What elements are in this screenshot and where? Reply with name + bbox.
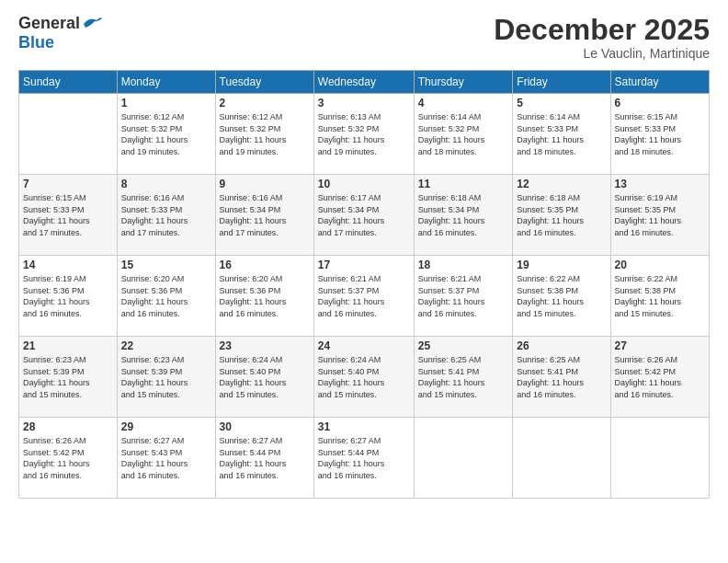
calendar-week-4: 21Sunrise: 6:23 AM Sunset: 5:39 PM Dayli…	[19, 337, 710, 418]
day-number: 5	[517, 97, 606, 109]
day-info: Sunrise: 6:26 AM Sunset: 5:42 PM Dayligh…	[23, 435, 113, 481]
header: General Blue December 2025 Le Vauclin, M…	[18, 14, 710, 61]
calendar-cell: 13Sunrise: 6:19 AM Sunset: 5:35 PM Dayli…	[610, 175, 710, 256]
calendar-week-5: 28Sunrise: 6:26 AM Sunset: 5:42 PM Dayli…	[19, 418, 710, 499]
day-info: Sunrise: 6:17 AM Sunset: 5:34 PM Dayligh…	[318, 192, 410, 238]
calendar: Sunday Monday Tuesday Wednesday Thursday…	[18, 70, 710, 499]
calendar-cell: 26Sunrise: 6:25 AM Sunset: 5:41 PM Dayli…	[513, 337, 610, 418]
col-wednesday: Wednesday	[313, 71, 414, 94]
day-info: Sunrise: 6:14 AM Sunset: 5:33 PM Dayligh…	[517, 111, 606, 157]
logo-general: General	[18, 14, 80, 33]
day-number: 25	[418, 339, 509, 352]
day-info: Sunrise: 6:26 AM Sunset: 5:42 PM Dayligh…	[615, 354, 706, 400]
day-number: 14	[23, 259, 113, 271]
day-info: Sunrise: 6:16 AM Sunset: 5:34 PM Dayligh…	[220, 192, 310, 238]
col-thursday: Thursday	[414, 71, 513, 94]
col-sunday: Sunday	[19, 71, 118, 94]
day-number: 23	[220, 339, 310, 352]
calendar-cell: 24Sunrise: 6:24 AM Sunset: 5:40 PM Dayli…	[313, 337, 414, 418]
day-info: Sunrise: 6:15 AM Sunset: 5:33 PM Dayligh…	[615, 111, 706, 157]
day-info: Sunrise: 6:18 AM Sunset: 5:35 PM Dayligh…	[517, 192, 606, 238]
calendar-cell: 19Sunrise: 6:22 AM Sunset: 5:38 PM Dayli…	[513, 256, 610, 337]
calendar-cell: 14Sunrise: 6:19 AM Sunset: 5:36 PM Dayli…	[19, 256, 118, 337]
day-number: 8	[121, 178, 211, 190]
day-info: Sunrise: 6:21 AM Sunset: 5:37 PM Dayligh…	[318, 273, 410, 319]
day-number: 4	[418, 97, 509, 109]
day-number: 10	[318, 178, 410, 190]
day-info: Sunrise: 6:23 AM Sunset: 5:39 PM Dayligh…	[23, 354, 113, 400]
calendar-body: 1Sunrise: 6:12 AM Sunset: 5:32 PM Daylig…	[19, 94, 710, 499]
calendar-cell: 6Sunrise: 6:15 AM Sunset: 5:33 PM Daylig…	[610, 94, 710, 175]
col-tuesday: Tuesday	[215, 71, 313, 94]
calendar-header-row: Sunday Monday Tuesday Wednesday Thursday…	[19, 71, 710, 94]
calendar-cell: 4Sunrise: 6:14 AM Sunset: 5:32 PM Daylig…	[414, 94, 513, 175]
day-number: 3	[318, 97, 410, 109]
day-info: Sunrise: 6:27 AM Sunset: 5:44 PM Dayligh…	[318, 435, 410, 481]
day-info: Sunrise: 6:19 AM Sunset: 5:36 PM Dayligh…	[23, 273, 113, 319]
day-info: Sunrise: 6:18 AM Sunset: 5:34 PM Dayligh…	[418, 192, 509, 238]
day-info: Sunrise: 6:24 AM Sunset: 5:40 PM Dayligh…	[220, 354, 310, 400]
calendar-cell	[414, 418, 513, 499]
day-info: Sunrise: 6:19 AM Sunset: 5:35 PM Dayligh…	[615, 192, 706, 238]
calendar-cell	[513, 418, 610, 499]
calendar-cell: 23Sunrise: 6:24 AM Sunset: 5:40 PM Dayli…	[215, 337, 313, 418]
day-info: Sunrise: 6:15 AM Sunset: 5:33 PM Dayligh…	[23, 192, 113, 238]
day-number: 17	[318, 259, 410, 271]
calendar-cell: 8Sunrise: 6:16 AM Sunset: 5:33 PM Daylig…	[117, 175, 215, 256]
day-info: Sunrise: 6:20 AM Sunset: 5:36 PM Dayligh…	[220, 273, 310, 319]
calendar-week-1: 1Sunrise: 6:12 AM Sunset: 5:32 PM Daylig…	[19, 94, 710, 175]
day-number: 31	[318, 420, 410, 433]
day-number: 11	[418, 178, 509, 190]
month-title: December 2025	[494, 14, 710, 46]
day-number: 24	[318, 339, 410, 352]
calendar-cell: 15Sunrise: 6:20 AM Sunset: 5:36 PM Dayli…	[117, 256, 215, 337]
day-info: Sunrise: 6:13 AM Sunset: 5:32 PM Dayligh…	[318, 111, 410, 157]
calendar-cell: 1Sunrise: 6:12 AM Sunset: 5:32 PM Daylig…	[117, 94, 215, 175]
day-number: 26	[517, 339, 606, 352]
day-number: 16	[220, 259, 310, 271]
day-info: Sunrise: 6:12 AM Sunset: 5:32 PM Dayligh…	[220, 111, 310, 157]
calendar-cell: 12Sunrise: 6:18 AM Sunset: 5:35 PM Dayli…	[513, 175, 610, 256]
day-number: 19	[517, 259, 606, 271]
day-number: 18	[418, 259, 509, 271]
day-number: 21	[23, 339, 113, 352]
calendar-cell: 10Sunrise: 6:17 AM Sunset: 5:34 PM Dayli…	[313, 175, 414, 256]
day-number: 2	[220, 97, 310, 109]
calendar-cell: 20Sunrise: 6:22 AM Sunset: 5:38 PM Dayli…	[610, 256, 710, 337]
logo-bird-icon	[82, 15, 104, 33]
day-info: Sunrise: 6:25 AM Sunset: 5:41 PM Dayligh…	[517, 354, 606, 400]
day-number: 15	[121, 259, 211, 271]
calendar-cell: 31Sunrise: 6:27 AM Sunset: 5:44 PM Dayli…	[313, 418, 414, 499]
col-monday: Monday	[117, 71, 215, 94]
calendar-cell: 30Sunrise: 6:27 AM Sunset: 5:44 PM Dayli…	[215, 418, 313, 499]
day-info: Sunrise: 6:20 AM Sunset: 5:36 PM Dayligh…	[121, 273, 211, 319]
calendar-cell: 25Sunrise: 6:25 AM Sunset: 5:41 PM Dayli…	[414, 337, 513, 418]
calendar-cell: 9Sunrise: 6:16 AM Sunset: 5:34 PM Daylig…	[215, 175, 313, 256]
col-saturday: Saturday	[610, 71, 710, 94]
page: General Blue December 2025 Le Vauclin, M…	[0, 0, 728, 563]
calendar-cell: 11Sunrise: 6:18 AM Sunset: 5:34 PM Dayli…	[414, 175, 513, 256]
day-info: Sunrise: 6:25 AM Sunset: 5:41 PM Dayligh…	[418, 354, 509, 400]
day-info: Sunrise: 6:14 AM Sunset: 5:32 PM Dayligh…	[418, 111, 509, 157]
day-info: Sunrise: 6:22 AM Sunset: 5:38 PM Dayligh…	[615, 273, 706, 319]
calendar-cell: 21Sunrise: 6:23 AM Sunset: 5:39 PM Dayli…	[19, 337, 118, 418]
calendar-week-2: 7Sunrise: 6:15 AM Sunset: 5:33 PM Daylig…	[19, 175, 710, 256]
day-number: 6	[615, 97, 706, 109]
day-number: 1	[121, 97, 211, 109]
location: Le Vauclin, Martinique	[494, 46, 710, 61]
day-info: Sunrise: 6:21 AM Sunset: 5:37 PM Dayligh…	[418, 273, 509, 319]
calendar-cell: 17Sunrise: 6:21 AM Sunset: 5:37 PM Dayli…	[313, 256, 414, 337]
calendar-cell: 5Sunrise: 6:14 AM Sunset: 5:33 PM Daylig…	[513, 94, 610, 175]
calendar-cell: 18Sunrise: 6:21 AM Sunset: 5:37 PM Dayli…	[414, 256, 513, 337]
calendar-cell: 29Sunrise: 6:27 AM Sunset: 5:43 PM Dayli…	[117, 418, 215, 499]
day-info: Sunrise: 6:27 AM Sunset: 5:43 PM Dayligh…	[121, 435, 211, 481]
day-info: Sunrise: 6:27 AM Sunset: 5:44 PM Dayligh…	[220, 435, 310, 481]
calendar-cell	[610, 418, 710, 499]
calendar-cell: 27Sunrise: 6:26 AM Sunset: 5:42 PM Dayli…	[610, 337, 710, 418]
day-info: Sunrise: 6:23 AM Sunset: 5:39 PM Dayligh…	[121, 354, 211, 400]
day-number: 30	[220, 420, 310, 433]
day-number: 20	[615, 259, 706, 271]
calendar-cell: 28Sunrise: 6:26 AM Sunset: 5:42 PM Dayli…	[19, 418, 118, 499]
calendar-cell: 7Sunrise: 6:15 AM Sunset: 5:33 PM Daylig…	[19, 175, 118, 256]
logo: General Blue	[18, 14, 104, 52]
